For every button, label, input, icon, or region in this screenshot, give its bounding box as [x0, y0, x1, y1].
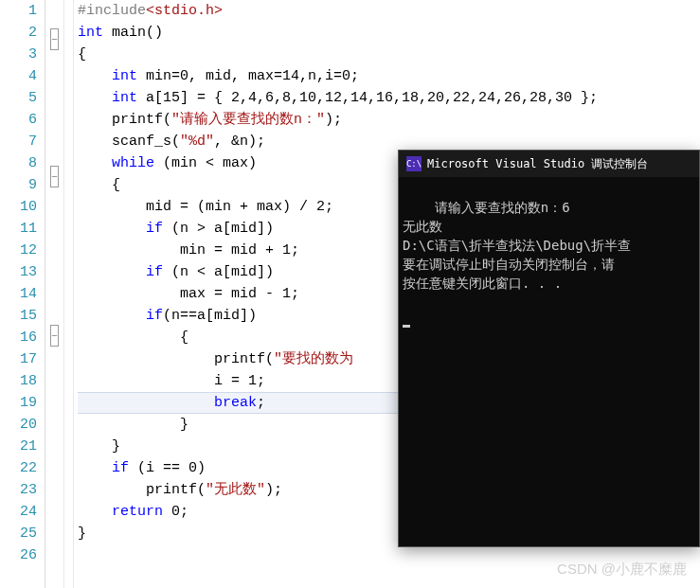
fold-cell: [45, 187, 63, 209]
line-number: 13: [0, 261, 37, 283]
line-number: 5: [0, 87, 37, 109]
fold-cell[interactable]: −: [45, 28, 63, 50]
line-number-gutter: 1234567891011121314151617181920212223242…: [0, 0, 45, 588]
console-cursor: [403, 325, 410, 328]
code-line[interactable]: #include<stdio.h>: [78, 0, 700, 22]
fold-cell: [45, 231, 63, 253]
line-number: 8: [0, 152, 37, 174]
line-number: 9: [0, 174, 37, 196]
fold-cell: [45, 137, 63, 159]
line-number: 19: [0, 392, 37, 414]
fold-cell: [45, 455, 63, 477]
fold-cell[interactable]: −: [45, 166, 63, 187]
fold-cell: [45, 94, 63, 116]
fold-cell[interactable]: −: [45, 325, 63, 347]
fold-cell: [45, 477, 63, 499]
fold-toggle-icon[interactable]: −: [50, 166, 59, 187]
line-number: 23: [0, 479, 37, 501]
fold-cell: [45, 521, 63, 543]
line-number: 21: [0, 436, 37, 457]
line-number: 1: [0, 0, 37, 22]
code-line[interactable]: int min=0, mid, max=14,n,i=0;: [78, 65, 700, 87]
fold-cell: [45, 0, 63, 22]
fold-toggle-icon[interactable]: −: [50, 325, 59, 347]
line-number: 10: [0, 196, 37, 218]
fold-cell: [45, 499, 63, 521]
fold-cell: [45, 72, 63, 94]
fold-toggle-icon[interactable]: −: [50, 28, 59, 50]
line-number: 2: [0, 22, 37, 44]
fold-cell: [45, 275, 63, 296]
line-number: 7: [0, 131, 37, 152]
fold-cell: [45, 347, 63, 368]
fold-cell: [45, 209, 63, 231]
debug-console-window[interactable]: C:\ Microsoft Visual Studio 调试控制台 请输入要查找…: [398, 150, 700, 547]
console-output: 请输入要查找的数n：6 无此数 D:\C语言\折半查找法\Debug\折半查 要…: [399, 177, 699, 372]
code-line[interactable]: int main(): [78, 22, 700, 44]
margin: [64, 0, 74, 588]
line-number: 6: [0, 109, 37, 131]
line-number: 11: [0, 218, 37, 240]
line-number: 4: [0, 65, 37, 87]
line-number: 15: [0, 305, 37, 327]
fold-cell: [45, 50, 63, 72]
line-number: 22: [0, 457, 37, 479]
code-line[interactable]: printf("请输入要查找的数n：");: [78, 109, 700, 131]
line-number: 20: [0, 414, 37, 436]
line-number: 12: [0, 240, 37, 261]
fold-cell: [45, 390, 63, 412]
fold-cell: [45, 253, 63, 275]
fold-cell: [45, 296, 63, 318]
code-line[interactable]: int a[15] = { 2,4,6,8,10,12,14,16,18,20,…: [78, 87, 700, 109]
fold-column[interactable]: −−−: [45, 0, 64, 588]
line-number: 16: [0, 327, 37, 348]
fold-cell: [45, 412, 63, 434]
line-number: 25: [0, 523, 37, 544]
console-titlebar[interactable]: C:\ Microsoft Visual Studio 调试控制台: [399, 151, 699, 177]
fold-cell: [45, 543, 63, 564]
code-line[interactable]: {: [78, 44, 700, 65]
console-icon: C:\: [406, 156, 422, 171]
line-number: 3: [0, 44, 37, 65]
line-number: 26: [0, 544, 37, 566]
fold-cell: [45, 564, 63, 586]
fold-cell: [45, 368, 63, 390]
fold-cell: [45, 434, 63, 455]
line-number: 17: [0, 348, 37, 370]
line-number: 24: [0, 501, 37, 523]
line-number: 14: [0, 283, 37, 305]
line-number: 18: [0, 370, 37, 392]
watermark: CSDN @小鹿不糜鹿: [557, 561, 687, 579]
console-title-text: Microsoft Visual Studio 调试控制台: [427, 156, 648, 172]
fold-cell: [45, 116, 63, 137]
